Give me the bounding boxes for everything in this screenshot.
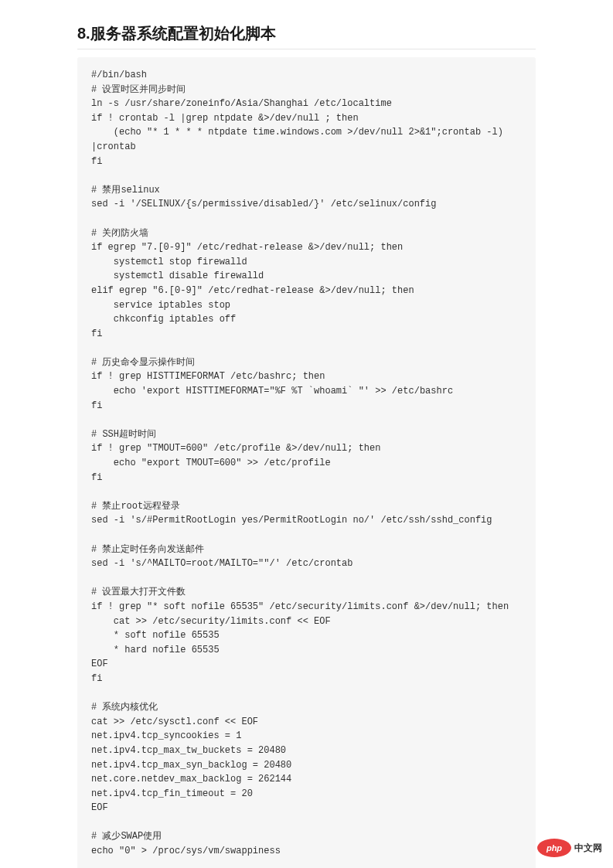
code-block: #/bin/bash # 设置时区并同步时间 ln -s /usr/share/… [77,57,536,868]
document-container: 8.服务器系统配置初始化脚本 #/bin/bash # 设置时区并同步时间 ln… [0,0,613,868]
section-heading: 8.服务器系统配置初始化脚本 [77,23,536,49]
